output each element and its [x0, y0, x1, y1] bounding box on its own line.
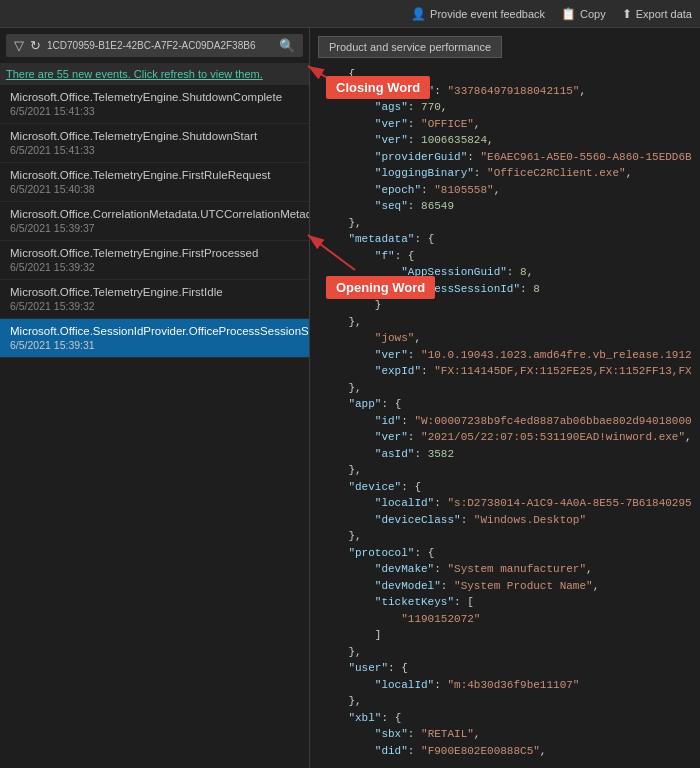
refresh-icon[interactable]: ↻: [30, 38, 41, 53]
event-date: 6/5/2021 15:40:38: [10, 183, 299, 195]
new-events-link[interactable]: There are 55 new events. Click refresh t…: [6, 68, 263, 80]
event-date: 6/5/2021 15:39:32: [10, 300, 299, 312]
opening-word-annotation: Opening Word: [326, 276, 435, 299]
event-date: 6/5/2021 15:41:33: [10, 105, 299, 117]
feedback-icon: 👤: [411, 7, 426, 21]
event-name: Microsoft.Office.TelemetryEngine.Shutdow…: [10, 91, 299, 103]
search-bar: ▽ ↻ 🔍: [6, 34, 303, 57]
export-data-button[interactable]: ⬆ Export data: [622, 7, 692, 21]
toolbar: 👤 Provide event feedback 📋 Copy ⬆ Export…: [0, 0, 700, 28]
event-date: 6/5/2021 15:41:33: [10, 144, 299, 156]
event-name: Microsoft.Office.TelemetryEngine.Shutdow…: [10, 130, 299, 142]
event-name: Microsoft.Office.TelemetryEngine.FirstPr…: [10, 247, 299, 259]
event-name: Microsoft.Office.TelemetryEngine.FirstId…: [10, 286, 299, 298]
event-date: 6/5/2021 15:39:31: [10, 339, 299, 351]
product-service-button[interactable]: Product and service performance: [318, 36, 502, 58]
event-name: Microsoft.Office.SessionIdProvider.Offic…: [10, 325, 299, 337]
feedback-label: Provide event feedback: [430, 8, 545, 20]
event-item[interactable]: Microsoft.Office.TelemetryEngine.FirstPr…: [0, 241, 309, 280]
filter-icon[interactable]: ▽: [14, 38, 24, 53]
event-date: 6/5/2021 15:39:32: [10, 261, 299, 273]
copy-icon: 📋: [561, 7, 576, 21]
copy-label: Copy: [580, 8, 606, 20]
provide-feedback-button[interactable]: 👤 Provide event feedback: [411, 7, 545, 21]
event-list: Microsoft.Office.TelemetryEngine.Shutdow…: [0, 85, 309, 768]
copy-button[interactable]: 📋 Copy: [561, 7, 606, 21]
event-name: Microsoft.Office.CorrelationMetadata.UTC…: [10, 208, 299, 220]
event-item[interactable]: Microsoft.Office.SessionIdProvider.Offic…: [0, 319, 309, 358]
event-date: 6/5/2021 15:39:37: [10, 222, 299, 234]
new-events-bar: There are 55 new events. Click refresh t…: [0, 63, 309, 85]
closing-word-annotation: Closing Word: [326, 76, 430, 99]
left-panel: ▽ ↻ 🔍 There are 55 new events. Click ref…: [0, 28, 310, 768]
export-label: Export data: [636, 8, 692, 20]
event-name: Microsoft.Office.TelemetryEngine.FirstRu…: [10, 169, 299, 181]
json-content[interactable]: { "shellId": "337864979188042115", "ags"…: [318, 64, 692, 760]
event-item[interactable]: Microsoft.Office.TelemetryEngine.FirstRu…: [0, 163, 309, 202]
event-item[interactable]: Microsoft.Office.CorrelationMetadata.UTC…: [0, 202, 309, 241]
export-icon: ⬆: [622, 7, 632, 21]
event-item[interactable]: Microsoft.Office.TelemetryEngine.FirstId…: [0, 280, 309, 319]
event-item[interactable]: Microsoft.Office.TelemetryEngine.Shutdow…: [0, 124, 309, 163]
right-panel: Product and service performance Closing …: [310, 28, 700, 768]
event-item[interactable]: Microsoft.Office.TelemetryEngine.Shutdow…: [0, 85, 309, 124]
search-icon[interactable]: 🔍: [279, 38, 295, 53]
search-input[interactable]: [47, 40, 273, 51]
main-area: ▽ ↻ 🔍 There are 55 new events. Click ref…: [0, 28, 700, 768]
